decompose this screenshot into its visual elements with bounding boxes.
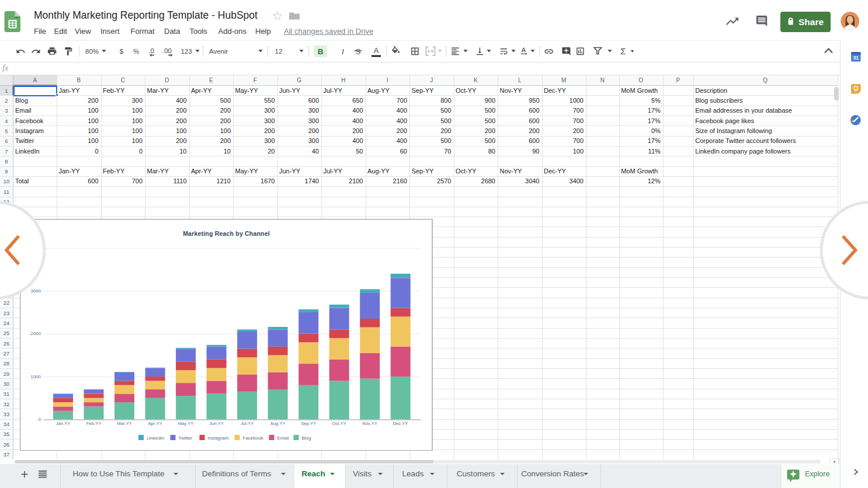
svg-text:Nov-YY: Nov-YY — [362, 421, 377, 426]
svg-text:May-YY: May-YY — [178, 421, 194, 426]
svg-text:$: $ — [120, 48, 124, 55]
svg-text:S: S — [356, 47, 361, 56]
svg-text:Mar-YY: Mar-YY — [117, 421, 131, 426]
svg-text:LinkedIn: LinkedIn — [147, 435, 164, 440]
svg-text:123: 123 — [180, 48, 192, 55]
svg-text:Blog: Blog — [302, 435, 311, 440]
svg-text:12: 12 — [275, 48, 283, 55]
svg-text:A: A — [374, 46, 379, 55]
svg-text:Avenir: Avenir — [209, 48, 228, 55]
svg-text:Oct-YY: Oct-YY — [332, 421, 346, 426]
svg-text:.0: .0 — [148, 47, 154, 54]
svg-text:B: B — [318, 47, 324, 56]
svg-text:Email: Email — [277, 435, 289, 440]
svg-text:Aug-YY: Aug-YY — [270, 421, 286, 426]
svg-text:I: I — [342, 47, 344, 56]
svg-text:Facebook: Facebook — [243, 435, 264, 440]
svg-text:31: 31 — [853, 55, 859, 61]
svg-text:Σ: Σ — [620, 46, 626, 56]
svg-text:Sep-YY: Sep-YY — [301, 421, 316, 426]
svg-text:Dec-YY: Dec-YY — [393, 421, 408, 426]
svg-text:80%: 80% — [85, 48, 99, 55]
svg-text:0: 0 — [39, 417, 41, 422]
svg-text:Marketing Reach by Channel: Marketing Reach by Channel — [183, 229, 270, 236]
svg-text:Feb-YY: Feb-YY — [86, 421, 101, 426]
svg-text:Apr-YY: Apr-YY — [148, 421, 162, 426]
svg-text:1000: 1000 — [30, 374, 41, 379]
svg-text:Jul-YY: Jul-YY — [241, 421, 254, 426]
svg-text:Instagram: Instagram — [208, 435, 229, 440]
svg-text:2000: 2000 — [30, 331, 41, 336]
svg-text:Twitter: Twitter — [179, 435, 193, 440]
svg-text:Jun-YY: Jun-YY — [209, 421, 224, 426]
svg-text:.00: .00 — [162, 47, 172, 54]
svg-text:%: % — [133, 48, 139, 55]
svg-text:Jan-YY: Jan-YY — [56, 421, 71, 426]
